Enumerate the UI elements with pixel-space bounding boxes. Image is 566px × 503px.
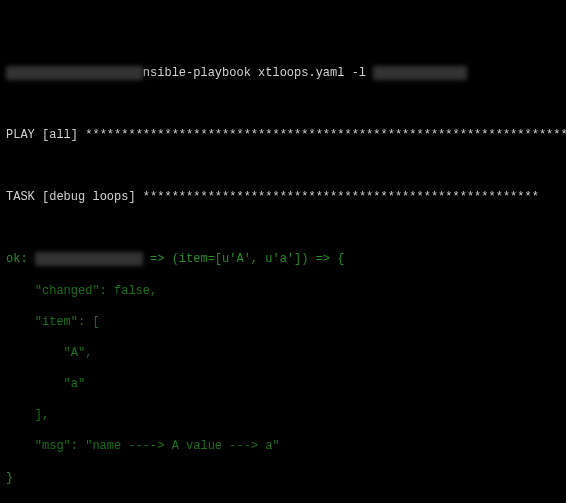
separator-stars: ****************************************…	[85, 128, 566, 142]
result-block: ok: [██.███.██.███] => (item=[u'A', u'a'…	[6, 237, 560, 502]
item-open: "item": [	[6, 315, 560, 331]
item-value: "a"	[6, 377, 560, 393]
task-name: [debug loops]	[42, 190, 136, 204]
play-header: PLAY [all] *****************************…	[6, 128, 560, 144]
msg-field: "msg": "name ----> A value ---> a"	[6, 439, 560, 455]
item-value: "A",	[6, 346, 560, 362]
obscured-host: [██.███.██.███]	[35, 252, 143, 266]
blank-line	[6, 159, 560, 174]
play-label: PLAY	[6, 128, 35, 142]
result-arrow: => (item=[u'A', u'a']) => {	[143, 252, 345, 266]
changed-field: "changed": false,	[6, 284, 560, 300]
blank-line	[6, 98, 560, 113]
command-text: nsible-playbook xtloops.yaml -l	[143, 66, 366, 80]
obscured-text: ████████ ████ █████	[6, 66, 143, 80]
block-close: }	[6, 471, 560, 487]
command-line: ████████ ████ █████nsible-playbook xtloo…	[6, 66, 560, 82]
play-target: [all]	[42, 128, 78, 142]
task-label: TASK	[6, 190, 35, 204]
status-ok: ok:	[6, 252, 28, 266]
separator-stars: ****************************************…	[143, 190, 539, 204]
item-close: ],	[6, 408, 560, 424]
task-header: TASK [debug loops] *********************…	[6, 190, 560, 206]
obscured-text: ██.███.██.███	[373, 66, 467, 80]
